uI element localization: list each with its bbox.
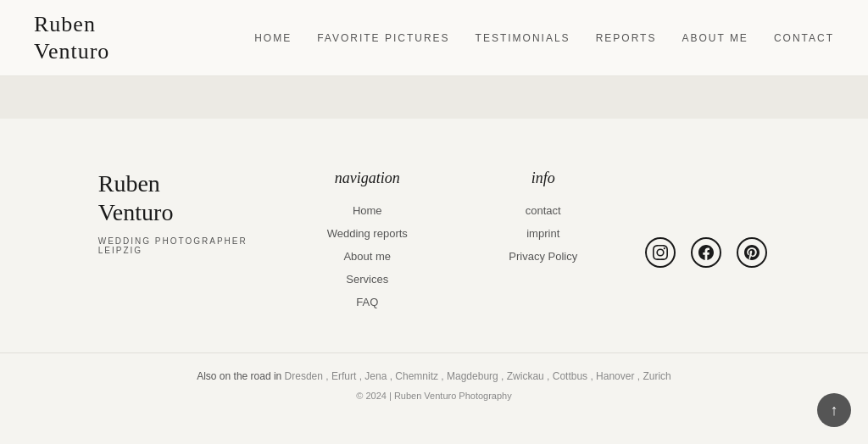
footer-info-privacy[interactable]: Privacy Policy: [509, 250, 577, 263]
footer-road: Also on the road in Dresden , Erfurt , J…: [34, 370, 834, 382]
footer-info-imprint[interactable]: imprint: [526, 227, 559, 240]
footer-nav-services[interactable]: Services: [346, 273, 388, 286]
footer-info-col: info contact imprint Privacy Policy: [467, 169, 620, 273]
footer-content: Ruben Venturo WEDDING PHOTOGRAPHER LEIPZ…: [53, 169, 815, 319]
nav-home[interactable]: HOME: [254, 32, 292, 44]
footer-bottom: Also on the road in Dresden , Erfurt , J…: [0, 352, 868, 409]
nav-reports[interactable]: REPORTS: [596, 32, 657, 44]
scroll-top-button[interactable]: ↑: [817, 393, 851, 427]
footer-nav-title: navigation: [335, 169, 400, 187]
footer-info-title: info: [531, 169, 555, 187]
header-logo-text: Ruben Venturo: [34, 11, 109, 64]
social-icons: [645, 237, 767, 268]
road-label: Also on the road in: [197, 370, 281, 382]
nav-favorite-pictures[interactable]: FAVORITE PICTURES: [317, 32, 449, 44]
footer-logo-line2: Venturo: [98, 199, 174, 225]
hero-separator: [0, 76, 868, 119]
footer-nav-faq[interactable]: FAQ: [356, 296, 378, 308]
footer-nav-about-me[interactable]: About me: [343, 250, 391, 263]
nav-about-me[interactable]: ABOUT ME: [682, 32, 748, 44]
cities: Dresden , Erfurt , Jena , Chemnitz , Mag…: [285, 370, 671, 382]
nav-testimonials[interactable]: TESTIMONIALS: [476, 32, 570, 44]
footer-social-col: [643, 169, 770, 268]
nav-contact[interactable]: CONTACT: [774, 32, 834, 44]
logo-line1: Ruben: [34, 12, 96, 36]
footer-copyright: © 2024 | Ruben Venturo Photography: [34, 391, 834, 401]
footer-nav-home[interactable]: Home: [353, 204, 382, 217]
logo-line2: Venturo: [34, 39, 109, 64]
footer-nav-wedding-reports[interactable]: Wedding reports: [327, 227, 408, 240]
footer-logo-col: Ruben Venturo WEDDING PHOTOGRAPHER LEIPZ…: [98, 169, 268, 255]
footer-main: Ruben Venturo WEDDING PHOTOGRAPHER LEIPZ…: [0, 119, 868, 352]
header-logo: Ruben Venturo: [34, 11, 109, 64]
footer-logo-text: Ruben Venturo: [98, 169, 174, 226]
footer-tagline: WEDDING PHOTOGRAPHER LEIPZIG: [98, 236, 268, 255]
facebook-icon[interactable]: [691, 237, 721, 268]
footer-nav-col: navigation Home Wedding reports About me…: [291, 169, 443, 319]
footer-info-contact[interactable]: contact: [526, 204, 561, 217]
header: Ruben Venturo HOME FAVORITE PICTURES TES…: [0, 0, 868, 76]
instagram-icon[interactable]: [645, 237, 676, 268]
main-nav: HOME FAVORITE PICTURES TESTIMONIALS REPO…: [254, 32, 834, 44]
footer-logo-line1: Ruben: [98, 170, 160, 197]
pinterest-icon[interactable]: [737, 237, 767, 268]
